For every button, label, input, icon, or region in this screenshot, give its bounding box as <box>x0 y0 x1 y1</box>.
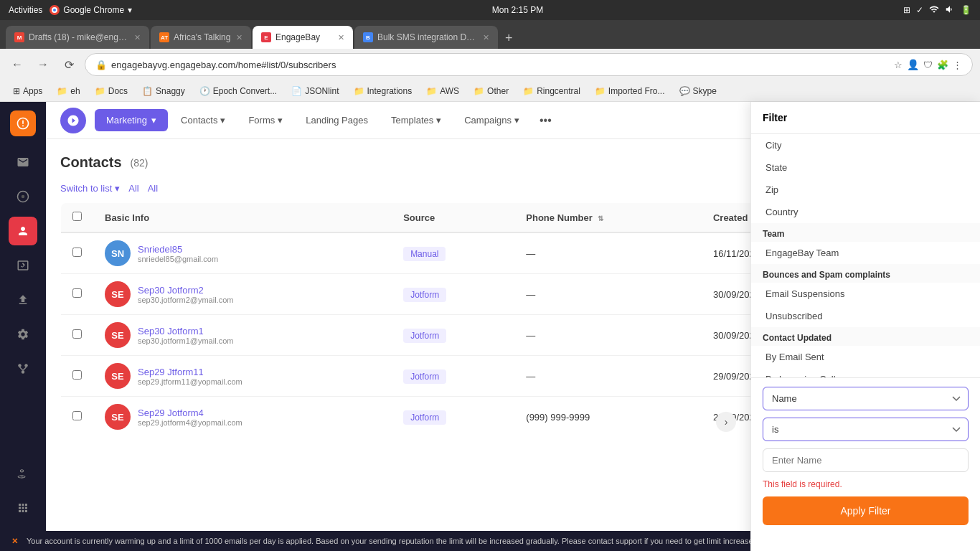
back-button[interactable]: ← <box>7 55 27 75</box>
bookmark-skype[interactable]: 💬 Skype <box>674 84 722 98</box>
reload-button[interactable]: ⟳ <box>59 55 79 75</box>
filter-list-item[interactable]: By Email Sent <box>751 346 980 368</box>
row-checkbox-0[interactable] <box>72 248 82 257</box>
wifi-icon <box>929 4 939 17</box>
tab-bulksms[interactable]: B Bulk SMS integration Doc... ✕ <box>354 26 498 49</box>
switch-list-button[interactable]: Switch to list ▾ <box>60 183 120 194</box>
bookmark-ringcentral[interactable]: 📁 Ringcentral <box>517 84 586 98</box>
nav-campaigns[interactable]: Campaigns ▾ <box>454 109 529 131</box>
row-source: Jotform <box>392 356 514 397</box>
filter-condition-select[interactable]: isis notcontainsdoes not containstarts w… <box>763 418 969 441</box>
marketing-label: Marketing <box>106 115 147 126</box>
sidebar-upload-icon[interactable] <box>9 286 37 314</box>
notification-close[interactable]: ✕ <box>11 537 18 546</box>
contact-name[interactable]: Sep30 Jotform2 <box>138 285 233 296</box>
nav-forms[interactable]: Forms ▾ <box>238 109 293 131</box>
filter-list-item[interactable]: City <box>751 134 980 156</box>
filter-list-item[interactable]: Email Suspensions <box>751 283 980 305</box>
contact-name[interactable]: Sep30 Jotform1 <box>138 326 233 336</box>
tab-close-bulksms[interactable]: ✕ <box>483 33 489 42</box>
filter-list-item[interactable]: EngageBay Team <box>751 242 980 264</box>
tab-close-drafts[interactable]: ✕ <box>134 33 141 42</box>
row-basic-info: SE Sep30 Jotform2 sep30.jotform2@ymail.c… <box>93 274 392 315</box>
sidebar-terminal-icon[interactable] <box>9 251 37 280</box>
brand-logo <box>60 108 86 133</box>
activities-label: Activities <box>9 5 42 15</box>
chrome-menu-icon[interactable]: ⋮ <box>953 60 962 70</box>
extension-icon-2[interactable]: 🛡 <box>923 60 933 70</box>
row-checkbox-3[interactable] <box>72 370 82 380</box>
bookmark-star-icon[interactable]: ☆ <box>894 60 903 70</box>
sidebar-chrome-icon[interactable] <box>9 182 37 211</box>
next-page-button[interactable]: › <box>716 412 736 432</box>
bookmark-other[interactable]: 📁 Other <box>468 84 514 98</box>
folder-icon-ringcentral: 📁 <box>523 86 534 96</box>
source-badge: Jotform <box>403 410 446 425</box>
bookmark-integrations[interactable]: 📁 Integrations <box>348 84 418 98</box>
svg-point-6 <box>22 370 25 374</box>
row-checkbox-4[interactable] <box>72 411 82 420</box>
contact-name[interactable]: Sep29 Jotform4 <box>138 408 242 418</box>
filter-list-item[interactable]: Zip <box>751 179 980 201</box>
address-text[interactable]: engagebayvg.engagebay.com/home#list/0/su… <box>111 60 890 70</box>
nav-forms-arrow: ▾ <box>278 115 283 126</box>
bookmark-snaggy[interactable]: 📋 Snaggy <box>136 84 191 98</box>
filter-list-item[interactable]: State <box>751 156 980 179</box>
sidebar-grid-icon[interactable] <box>9 494 37 522</box>
sidebar-integrations-icon[interactable] <box>9 354 37 383</box>
forward-button[interactable]: → <box>33 55 53 75</box>
tab-engagebay[interactable]: E EngageBay ✕ <box>253 26 353 49</box>
sidebar-gear-icon[interactable] <box>9 320 37 349</box>
nav-more-button[interactable]: ••• <box>532 108 559 133</box>
sidebar-contacts-icon[interactable] <box>9 217 37 245</box>
row-checkbox-2[interactable] <box>72 329 82 339</box>
extension-icon-1[interactable]: 👤 <box>907 59 919 70</box>
bookmark-jsonlint[interactable]: 📄 JSONlint <box>286 84 344 98</box>
filter-list-item[interactable]: By Incoming Call <box>751 368 980 378</box>
puzzle-icon[interactable]: 🧩 <box>937 60 948 70</box>
tab-close-engagebay[interactable]: ✕ <box>338 33 344 42</box>
filter-value-input[interactable] <box>763 448 969 472</box>
system-time: Mon 2:15 PM <box>492 5 543 15</box>
all-filter-button-2[interactable]: All <box>148 183 158 194</box>
bookmark-imported[interactable]: 📁 Imported Fro... <box>589 84 671 98</box>
bookmark-docs[interactable]: 📁 Docs <box>89 84 133 98</box>
sidebar-mail-icon[interactable] <box>9 148 37 176</box>
row-basic-info: SE Sep29 Jtform11 sep29.jtform11@yopmail… <box>93 356 392 397</box>
browser-dropdown-icon[interactable]: ▾ <box>128 5 132 15</box>
bookmark-apps[interactable]: ⊞ Apps <box>7 84 48 98</box>
filter-list-item[interactable]: Unsubscribed <box>751 305 980 327</box>
nav-landing-pages[interactable]: Landing Pages <box>296 109 378 131</box>
row-source: Jotform <box>392 315 514 356</box>
filter-name-select[interactable]: NameEmailPhoneSourceStatus <box>763 387 969 410</box>
sidebar-java-icon[interactable] <box>9 459 37 488</box>
bookmark-aws[interactable]: 📁 AWS <box>420 84 465 98</box>
bookmark-epoch[interactable]: 🕐 Epoch Convert... <box>194 84 283 98</box>
new-tab-button[interactable]: + <box>499 28 519 49</box>
col-source: Source <box>392 203 514 233</box>
marketing-button[interactable]: Marketing ▾ <box>95 109 168 131</box>
apply-filter-button[interactable]: Apply Filter <box>763 496 969 525</box>
address-bar[interactable]: 🔒 engagebayvg.engagebay.com/home#list/0/… <box>85 53 973 76</box>
nav-more-label: ••• <box>540 114 552 127</box>
select-all-checkbox[interactable] <box>72 212 82 221</box>
tab-drafts[interactable]: M Drafts (18) - mike@engag... ✕ <box>6 26 149 49</box>
row-phone: — <box>514 274 702 315</box>
bookmark-label-skype: Skype <box>693 86 717 96</box>
tab-africa[interactable]: AT Africa's Talking ✕ <box>151 26 251 49</box>
phone-sort-icon[interactable]: ⇅ <box>598 215 603 222</box>
row-checkbox-1[interactable] <box>72 288 82 298</box>
nav-templates[interactable]: Templates ▾ <box>381 109 451 131</box>
tab-close-africa[interactable]: ✕ <box>236 33 242 42</box>
sidebar-logo <box>10 110 36 136</box>
all-filter-button-1[interactable]: All <box>128 183 138 194</box>
nav-contacts[interactable]: Contacts ▾ <box>171 109 235 131</box>
contact-name[interactable]: Snriedel85 <box>138 244 218 255</box>
contact-name[interactable]: Sep29 Jtform11 <box>138 367 242 377</box>
address-icons: ☆ 👤 🛡 🧩 ⋮ <box>894 59 962 70</box>
row-source: Manual <box>392 232 514 274</box>
bookmark-eh[interactable]: 📁 eh <box>51 84 85 98</box>
filter-controls: NameEmailPhoneSourceStatus isis notconta… <box>751 378 980 534</box>
filter-list-item[interactable]: Country <box>751 201 980 223</box>
volume-icon <box>945 4 955 17</box>
